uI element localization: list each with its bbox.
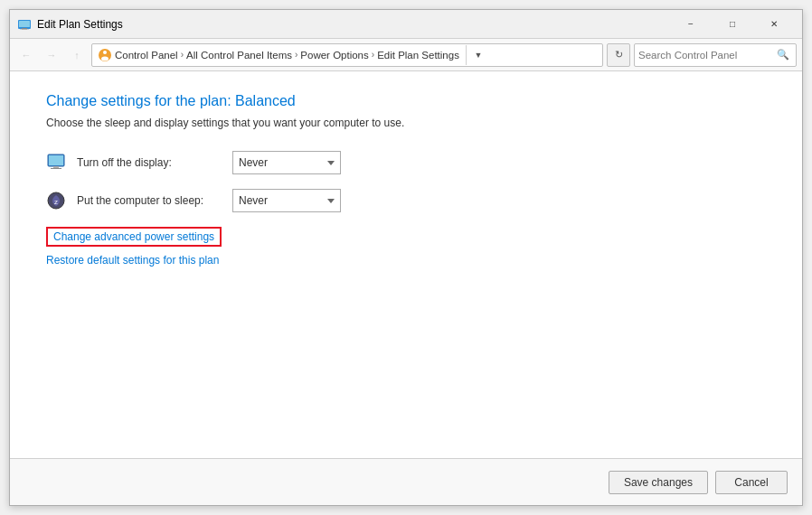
window-title: Edit Plan Settings — [37, 18, 670, 31]
sleep-icon: z — [46, 191, 66, 211]
close-button[interactable]: ✕ — [753, 10, 795, 39]
svg-point-5 — [103, 51, 107, 54]
search-box: 🔍 — [634, 43, 797, 67]
maximize-button[interactable]: □ — [712, 10, 753, 39]
svg-point-6 — [101, 56, 109, 61]
breadcrumb-dropdown-button[interactable]: ▼ — [470, 45, 486, 65]
svg-rect-8 — [49, 155, 63, 165]
cancel-button[interactable]: Cancel — [715, 471, 788, 494]
svg-rect-10 — [51, 168, 61, 169]
sleep-select[interactable]: Never 1 minute 2 minutes 5 minutes 10 mi… — [232, 189, 341, 212]
breadcrumb-dropdown: ▼ — [466, 45, 486, 65]
page-title: Change settings for the plan: Balanced — [46, 93, 766, 109]
breadcrumb-sep-3: › — [372, 50, 374, 60]
svg-rect-9 — [53, 166, 59, 168]
display-setting-row: Turn off the display: Never 1 minute 2 m… — [46, 151, 766, 174]
restore-defaults-link[interactable]: Restore default settings for this plan — [46, 254, 766, 267]
refresh-button[interactable]: ↻ — [607, 43, 630, 67]
save-changes-button[interactable]: Save changes — [609, 471, 708, 494]
breadcrumb-item-4[interactable]: Edit Plan Settings — [377, 50, 459, 61]
bottom-bar: Save changes Cancel — [10, 458, 802, 505]
breadcrumb-item-2[interactable]: All Control Panel Items — [186, 50, 292, 61]
advanced-power-settings-link[interactable]: Change advanced power settings — [46, 227, 222, 247]
breadcrumb-icon — [98, 48, 112, 62]
title-bar: Edit Plan Settings − □ ✕ — [10, 10, 802, 39]
forward-button[interactable]: → — [41, 44, 62, 66]
page-subtitle: Choose the sleep and display settings th… — [46, 117, 766, 129]
svg-rect-3 — [20, 29, 29, 30]
breadcrumb-sep-1: › — [181, 50, 184, 60]
main-content: Change settings for the plan: Balanced C… — [10, 71, 802, 458]
display-icon — [46, 153, 66, 173]
sleep-setting-row: z Put the computer to sleep: Never 1 min… — [46, 189, 766, 212]
display-select[interactable]: Never 1 minute 2 minutes 5 minutes 10 mi… — [232, 151, 341, 174]
breadcrumb-item-3[interactable]: Power Options — [300, 50, 368, 61]
breadcrumb-sep-2: › — [295, 50, 297, 60]
svg-text:z: z — [54, 198, 58, 206]
minimize-button[interactable]: − — [670, 10, 712, 39]
breadcrumb: Control Panel › All Control Panel Items … — [91, 43, 603, 67]
display-label: Turn off the display: — [77, 156, 222, 169]
links-section: Change advanced power settings Restore d… — [46, 227, 766, 267]
window-icon — [17, 17, 32, 32]
window-controls: − □ ✕ — [670, 10, 795, 39]
address-bar: ← → ↑ Control Panel › All Control Panel … — [10, 39, 802, 71]
up-button[interactable]: ↑ — [66, 44, 88, 66]
svg-rect-1 — [19, 21, 30, 27]
content-area: Change settings for the plan: Balanced C… — [10, 71, 802, 505]
main-window: Edit Plan Settings − □ ✕ ← → ↑ Control P… — [9, 9, 803, 506]
back-button[interactable]: ← — [15, 44, 37, 66]
search-input[interactable] — [638, 50, 774, 61]
sleep-label: Put the computer to sleep: — [77, 194, 222, 207]
breadcrumb-item-1[interactable]: Control Panel — [115, 50, 178, 61]
search-button[interactable]: 🔍 — [774, 46, 792, 64]
